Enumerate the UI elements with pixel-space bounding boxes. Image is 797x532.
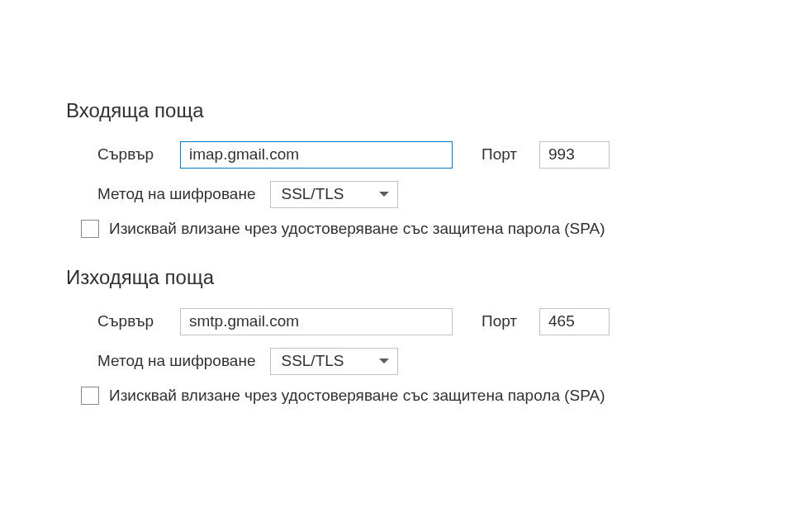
incoming-encryption-label: Метод на шифроване [97,185,255,203]
incoming-mail-section: Входяща поща Сървър Порт Метод на шифров… [66,99,731,238]
incoming-title: Входяща поща [66,99,731,122]
outgoing-server-row: Сървър Порт [97,307,731,335]
outgoing-port-label: Порт [482,312,531,330]
incoming-server-label: Сървър [97,145,180,164]
incoming-encryption-value: SSL/TLS [281,185,344,203]
incoming-port-label: Порт [482,145,531,164]
outgoing-encryption-label: Метод на шифроване [97,352,255,370]
incoming-spa-label: Изисквай влизане чрез удостоверяване със… [109,220,605,238]
outgoing-server-label: Сървър [97,312,180,330]
chevron-down-icon [379,359,389,363]
outgoing-spa-checkbox[interactable] [81,387,99,405]
outgoing-spa-label: Изисквай влизане чрез удостоверяване със… [109,387,605,405]
incoming-port-input[interactable] [539,141,610,169]
outgoing-encryption-value: SSL/TLS [281,352,344,370]
incoming-server-input[interactable] [180,141,453,169]
incoming-encryption-select[interactable]: SSL/TLS [270,181,398,208]
incoming-server-row: Сървър Порт [97,140,731,169]
outgoing-server-input[interactable] [180,308,453,335]
outgoing-spa-row: Изисквай влизане чрез удостоверяване със… [81,387,731,405]
outgoing-mail-section: Изходяща поща Сървър Порт Метод на шифро… [66,266,731,405]
incoming-encryption-row: Метод на шифроване SSL/TLS [97,180,731,208]
outgoing-title: Изходяща поща [66,266,731,289]
incoming-spa-row: Изисквай влизане чрез удостоверяване със… [81,220,731,238]
outgoing-encryption-row: Метод на шифроване SSL/TLS [97,347,731,375]
incoming-spa-checkbox[interactable] [81,220,99,238]
outgoing-port-input[interactable] [539,308,610,335]
outgoing-encryption-select[interactable]: SSL/TLS [270,348,398,375]
chevron-down-icon [379,192,389,197]
